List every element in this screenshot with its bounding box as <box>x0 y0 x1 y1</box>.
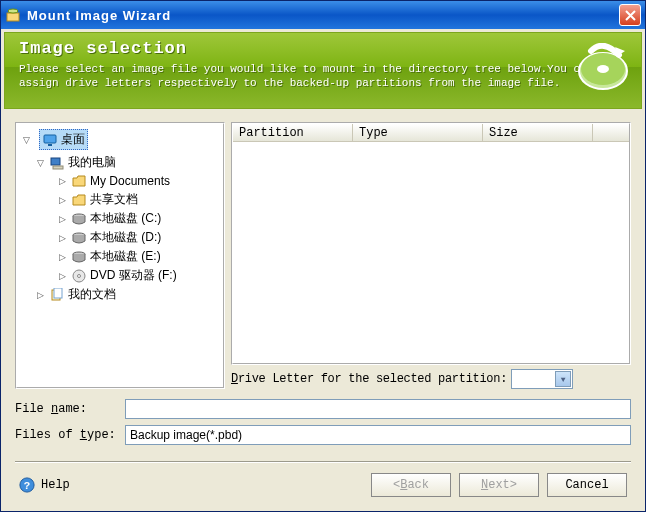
tree-item-my-documents[interactable]: ▷ 我的文档 <box>17 285 223 304</box>
svg-rect-8 <box>51 158 60 165</box>
list-header: Partition Type Size <box>233 124 629 142</box>
expand-toggle[interactable]: ▽ <box>35 158 46 168</box>
next-button[interactable]: Next> <box>459 473 539 497</box>
app-icon <box>5 7 21 23</box>
folder-icon <box>71 192 87 208</box>
dvd-icon <box>71 268 87 284</box>
directory-tree[interactable]: ▽ 桌面 ▽ 我的电脑 ▷My Documents▷共享文档▷本地磁盘 (C:)… <box>15 122 225 389</box>
file-name-input[interactable] <box>125 399 631 419</box>
desktop-icon <box>42 132 58 148</box>
svg-point-1 <box>8 9 18 13</box>
tree-label: 桌面 <box>61 131 85 148</box>
tree-item[interactable]: ▷本地磁盘 (C:) <box>17 209 223 228</box>
chevron-down-icon[interactable]: ▼ <box>555 371 571 387</box>
files-of-type-label: Files of type: <box>15 428 123 442</box>
expand-toggle[interactable]: ▷ <box>57 214 68 224</box>
tree-label: 我的电脑 <box>68 154 116 171</box>
drive-letter-select[interactable]: ▼ <box>511 369 573 389</box>
disk-icon <box>71 249 87 265</box>
help-icon: ? <box>19 477 35 493</box>
cancel-button[interactable]: Cancel <box>547 473 627 497</box>
file-rows: File name: Files of type: <box>1 395 645 461</box>
window-title: Mount Image Wizard <box>27 8 619 23</box>
footer: ? Help <Back Next> Cancel <box>1 473 645 511</box>
tree-item[interactable]: ▷My Documents <box>17 172 223 190</box>
files-of-type-input[interactable] <box>125 425 631 445</box>
expand-toggle[interactable]: ▷ <box>57 176 68 186</box>
tree-label: 我的文档 <box>68 286 116 303</box>
tree-label: My Documents <box>90 174 170 188</box>
disk-icon <box>71 211 87 227</box>
tree-item-my-computer[interactable]: ▽ 我的电脑 <box>17 153 223 172</box>
col-type[interactable]: Type <box>353 124 483 141</box>
svg-rect-0 <box>7 13 19 21</box>
list-body <box>233 142 629 363</box>
svg-rect-9 <box>53 166 63 169</box>
svg-rect-7 <box>48 144 52 146</box>
titlebar: Mount Image Wizard <box>1 1 645 29</box>
col-size[interactable]: Size <box>483 124 593 141</box>
expand-toggle[interactable]: ▷ <box>57 195 68 205</box>
tree-label: 本地磁盘 (E:) <box>90 248 161 265</box>
disk-icon <box>71 230 87 246</box>
back-button[interactable]: <Back <box>371 473 451 497</box>
tree-label: 本地磁盘 (D:) <box>90 229 161 246</box>
expand-toggle[interactable]: ▷ <box>57 233 68 243</box>
close-button[interactable] <box>619 4 641 26</box>
expand-toggle[interactable]: ▷ <box>57 252 68 262</box>
folder-icon <box>71 173 87 189</box>
documents-icon <box>49 287 65 303</box>
svg-point-14 <box>78 274 81 277</box>
svg-rect-6 <box>44 135 56 143</box>
svg-point-4 <box>597 65 609 73</box>
partition-list[interactable]: Partition Type Size <box>231 122 631 365</box>
help-label: Help <box>41 478 70 492</box>
tree-item[interactable]: ▷共享文档 <box>17 190 223 209</box>
help-link[interactable]: ? Help <box>19 477 70 493</box>
file-name-row: File name: <box>15 399 631 419</box>
separator <box>15 461 631 463</box>
tree-item[interactable]: ▷本地磁盘 (D:) <box>17 228 223 247</box>
tree-item[interactable]: ▷DVD 驱动器 (F:) <box>17 266 223 285</box>
drive-letter-row: DDrive Letter for the selected partition… <box>231 369 631 389</box>
expand-toggle[interactable]: ▽ <box>21 135 32 145</box>
mount-image-wizard-window: Mount Image Wizard Image selection Pleas… <box>0 0 646 512</box>
svg-rect-16 <box>54 288 62 298</box>
banner-description: Please select an image file you would li… <box>19 62 627 90</box>
col-partition[interactable]: Partition <box>233 124 353 141</box>
tree-label: DVD 驱动器 (F:) <box>90 267 177 284</box>
banner: Image selection Please select an image f… <box>4 32 642 109</box>
banner-heading: Image selection <box>19 39 627 58</box>
expand-toggle[interactable]: ▷ <box>35 290 46 300</box>
computer-icon <box>49 155 65 171</box>
tree-label: 共享文档 <box>90 191 138 208</box>
files-of-type-row: Files of type: <box>15 425 631 445</box>
content-area: ▽ 桌面 ▽ 我的电脑 ▷My Documents▷共享文档▷本地磁盘 (C:)… <box>1 112 645 395</box>
tree-label: 本地磁盘 (C:) <box>90 210 161 227</box>
svg-text:?: ? <box>24 480 30 492</box>
right-pane: Partition Type Size DDrive Letter for th… <box>231 122 631 389</box>
drive-letter-label: DDrive Letter for the selected partition… <box>231 372 507 386</box>
expand-toggle[interactable]: ▷ <box>57 271 68 281</box>
disc-icon <box>577 43 629 95</box>
file-name-label: File name: <box>15 402 123 416</box>
tree-item[interactable]: ▷本地磁盘 (E:) <box>17 247 223 266</box>
tree-root-desktop[interactable]: 桌面 <box>39 129 88 150</box>
